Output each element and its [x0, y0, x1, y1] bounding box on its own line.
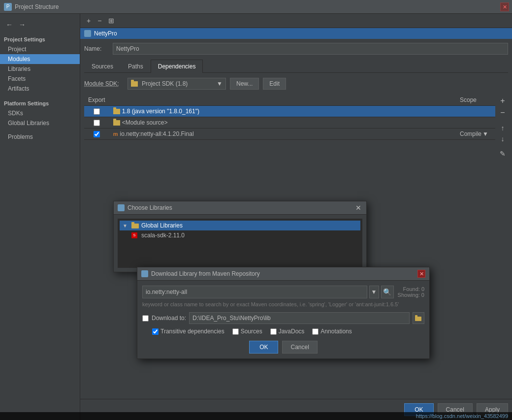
add-dep-button[interactable]: +	[498, 96, 507, 106]
col-export: Export	[84, 95, 109, 106]
col-name	[109, 95, 456, 106]
nav-forward-button[interactable]: →	[17, 20, 28, 30]
sources-option: Sources	[232, 328, 262, 335]
dep-folder-icon	[113, 109, 120, 114]
javadocs-checkbox[interactable]	[270, 328, 277, 335]
table-row[interactable]: m io.netty:netty-all:4.1.20.Final Compil…	[84, 129, 495, 140]
maven-dialog-body: ▼ 🔍 Found: 0 Showing: 0 keyword or class…	[137, 281, 429, 358]
sdk-folder-icon	[131, 81, 138, 87]
sidebar-item-problems[interactable]: Problems	[0, 132, 80, 142]
choose-libs-close-button[interactable]: ✕	[354, 204, 362, 212]
sidebar-item-artifacts[interactable]: Artifacts	[0, 84, 80, 94]
transitive-deps-checkbox[interactable]	[152, 328, 159, 335]
window-close-button[interactable]: ✕	[500, 2, 509, 11]
tree-expand-icon: ▼	[123, 223, 128, 228]
scala-icon: S	[131, 232, 137, 238]
maven-dialog-title-bar: Download Library from Maven Repository ✕	[137, 267, 429, 281]
tab-paths[interactable]: Paths	[121, 60, 151, 73]
nav-back-button[interactable]: ←	[4, 20, 15, 30]
module-name-input[interactable]	[113, 43, 508, 55]
annotations-label: Annotations	[320, 328, 352, 335]
row-export-checkbox[interactable]	[94, 120, 100, 126]
dep-maven-icon: m	[113, 131, 118, 137]
javadocs-label: JavaDocs	[279, 328, 305, 335]
browse-button[interactable]	[413, 312, 424, 324]
showing-label: Showing: 0	[398, 292, 424, 298]
annotations-option: Annotations	[312, 328, 352, 335]
svg-rect-1	[131, 222, 134, 224]
maven-ok-button[interactable]: OK	[249, 341, 278, 354]
sidebar: ← → Project Settings Project Modules Lib…	[0, 14, 80, 420]
table-row[interactable]: <Module source>	[84, 117, 495, 129]
watermark: https://blog.csdn.net/weixin_43582499	[0, 412, 512, 420]
maven-search-input[interactable]	[142, 286, 367, 298]
folder-browse-icon	[415, 315, 422, 321]
tab-dependencies[interactable]: Dependencies	[151, 60, 203, 73]
tabs-container: Sources Paths Dependencies	[84, 60, 508, 73]
module-toolbar: + − ⊞	[84, 16, 117, 26]
maven-dialog-close-button[interactable]: ✕	[417, 270, 425, 278]
search-dropdown-button[interactable]: ▼	[369, 286, 379, 298]
window-title: Project Structure	[15, 3, 59, 10]
transitive-deps-option: Transitive dependencies	[152, 328, 224, 335]
module-header: + − ⊞	[80, 14, 512, 28]
remove-module-button[interactable]: −	[95, 16, 104, 26]
search-button[interactable]: 🔍	[381, 286, 394, 298]
sidebar-item-global-libraries[interactable]: Global Libraries	[0, 118, 80, 128]
row-export-cell	[84, 106, 109, 117]
tab-sources[interactable]: Sources	[84, 60, 121, 73]
sdk-row: Module SDK: Project SDK (1.8) ▼ New... E…	[84, 78, 508, 90]
found-label: Found: 0	[403, 286, 424, 292]
col-scope: Scope	[456, 95, 495, 106]
library-tree: ▼ Global Libraries S scala-sdk-2.11.0	[118, 219, 362, 268]
table-action-buttons: + − ↑ ↓ ✎	[495, 95, 508, 395]
sidebar-item-project[interactable]: Project	[0, 44, 80, 54]
row-export-checkbox[interactable]	[94, 131, 100, 137]
sidebar-nav: ← →	[0, 18, 80, 32]
download-to-row: Download to:	[142, 312, 424, 324]
row-name-cell: m io.netty:netty-all:4.1.20.Final	[109, 129, 456, 140]
row-scope-cell	[456, 117, 495, 129]
global-libs-tree-item[interactable]: ▼ Global Libraries	[120, 221, 360, 230]
table-row[interactable]: 1.8 (java version "1.8.0_161")	[84, 106, 495, 117]
sdk-edit-button[interactable]: Edit	[263, 78, 286, 90]
dep-folder-icon	[113, 120, 120, 126]
sidebar-item-sdks[interactable]: SDKs	[0, 108, 80, 118]
download-to-checkbox[interactable]	[142, 315, 149, 322]
sources-checkbox[interactable]	[232, 328, 239, 335]
download-path-input[interactable]	[189, 312, 410, 324]
scala-sdk-tree-item[interactable]: S scala-sdk-2.11.0	[120, 230, 360, 240]
move-up-button[interactable]: ↑	[499, 123, 507, 133]
sidebar-item-libraries[interactable]: Libraries	[0, 64, 80, 74]
module-icon	[84, 30, 91, 37]
sidebar-item-facets[interactable]: Facets	[0, 74, 80, 84]
maven-cancel-button[interactable]: Cancel	[282, 341, 317, 354]
project-settings-header: Project Settings	[0, 33, 80, 44]
sdk-select[interactable]: Project SDK (1.8) ▼	[128, 78, 226, 90]
copy-module-button[interactable]: ⊞	[106, 16, 117, 26]
edit-dep-button[interactable]: ✎	[497, 149, 508, 159]
row-scope-cell[interactable]: Compile ▼	[456, 129, 495, 140]
sidebar-item-modules[interactable]: Modules	[0, 54, 80, 64]
add-module-button[interactable]: +	[84, 16, 93, 26]
move-down-button[interactable]: ↓	[499, 134, 507, 144]
choose-libs-title-bar: Choose Libraries ✕	[114, 201, 366, 215]
maven-dialog-icon	[141, 270, 148, 277]
platform-settings-header: Platform Settings	[0, 97, 80, 108]
row-scope-cell	[456, 106, 495, 117]
maven-dialog-buttons: OK Cancel	[142, 341, 424, 354]
module-list-item[interactable]: NettyPro	[80, 28, 512, 39]
annotations-checkbox[interactable]	[312, 328, 319, 335]
sdk-new-button[interactable]: New...	[230, 78, 259, 90]
row-export-checkbox[interactable]	[94, 108, 100, 115]
choose-libs-title: Choose Libraries	[128, 204, 352, 211]
app-icon: P	[4, 3, 12, 11]
svg-rect-0	[131, 224, 139, 228]
dependencies-table: Export Scope	[84, 95, 495, 140]
choose-libs-icon	[118, 204, 125, 211]
row-export-cell	[84, 117, 109, 129]
remove-dep-button[interactable]: −	[498, 107, 507, 118]
choose-libs-body: ▼ Global Libraries S scala-sdk-2.11.0	[114, 215, 366, 272]
row-export-cell	[84, 129, 109, 140]
name-row: Name:	[84, 43, 508, 55]
